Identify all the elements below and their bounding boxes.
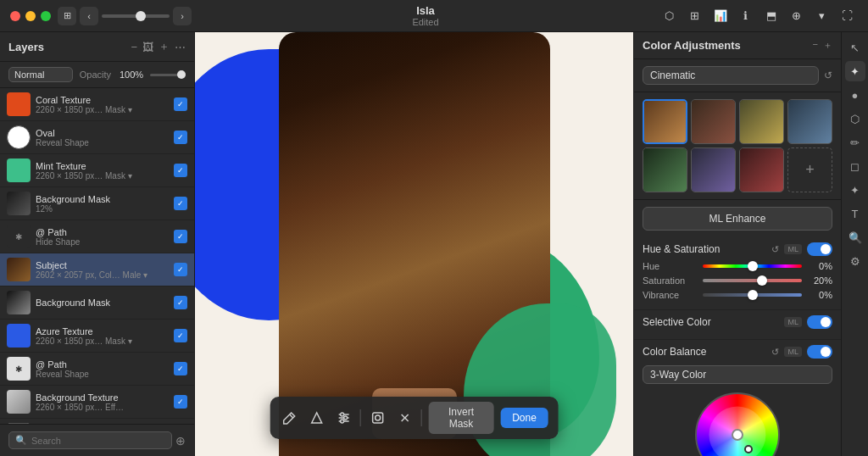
layers-view-button[interactable]: ⊞ (685, 6, 705, 26)
dot-tool-button[interactable]: ● (845, 85, 865, 105)
layers-minus-icon[interactable]: − (131, 41, 137, 53)
adjust-tool-button[interactable] (333, 406, 353, 430)
adj-minus-icon[interactable]: − (813, 39, 818, 52)
layers-add-icon[interactable]: ＋ (159, 39, 170, 54)
layer-item-oval[interactable]: Oval Reveal Shape ✓ (0, 121, 194, 154)
svg-point-5 (343, 416, 347, 420)
layer-visibility-bg-mask-1[interactable]: ✓ (174, 197, 187, 210)
close-button[interactable] (10, 11, 20, 21)
layers-panel-title: Layers (8, 41, 44, 53)
search-side-button[interactable]: 🔍 (845, 227, 865, 247)
search-input[interactable] (31, 436, 165, 446)
hue-saturation-controls: ↺ ML (771, 242, 832, 256)
text-tool-button[interactable]: T (845, 203, 865, 224)
layer-item-path-1[interactable]: ✱ @ Path Hide Shape ✓ (0, 220, 194, 253)
canvas-area[interactable]: Invert Mask Done (195, 32, 633, 456)
more-button[interactable]: ▾ (812, 6, 832, 26)
nav-back-button[interactable]: ‹ (80, 7, 98, 25)
layer-item-subject[interactable]: Subject 2602 × 2057 px, Col… Male ▾ ✓ (0, 253, 194, 286)
layer-item-path-2[interactable]: ✱ @ Path Reveal Shape ✓ (0, 353, 194, 386)
layer-item-bg-mask-1[interactable]: Background Mask 12% ✓ (0, 187, 194, 220)
color-wheel[interactable] (695, 392, 780, 456)
layers-more-icon[interactable]: ⋯ (175, 41, 186, 53)
preset-thumb-4[interactable] (787, 99, 832, 144)
layer-item-mint[interactable]: Mint Texture 2260 × 1850 px… Mask ▾ ✓ (0, 154, 194, 187)
preset-thumb-2[interactable] (691, 99, 736, 144)
saturation-slider[interactable] (703, 279, 802, 282)
magic-tool-button[interactable]: ✦ (845, 61, 865, 81)
add-layer-icon[interactable]: ⊕ (175, 434, 186, 448)
share-button[interactable]: ⬡ (659, 6, 680, 26)
invert-mask-button[interactable]: Invert Mask (429, 402, 493, 434)
preset-thumb-5[interactable] (643, 147, 687, 192)
preset-thumb-6[interactable] (691, 147, 736, 192)
color-picker-button[interactable]: ✦ (845, 180, 865, 200)
brush-tool-button[interactable] (280, 406, 300, 430)
layer-item-bg-texture[interactable]: Background Texture 2260 × 1850 px… Eff… … (0, 386, 194, 419)
add-preset-button[interactable]: + (787, 147, 832, 192)
layer-desc-bg-mask-1: 12% (36, 204, 169, 214)
three-way-select[interactable]: 3-Way Color (643, 365, 832, 384)
done-button[interactable]: Done (500, 408, 548, 428)
selective-color-toggle[interactable] (807, 315, 832, 329)
layer-item-azure[interactable]: Azure Texture 2260 × 1850 px… Mask ▾ ✓ (0, 320, 194, 353)
compare-button[interactable]: ⊕ (787, 6, 807, 26)
layer-visibility-bg-texture[interactable]: ✓ (174, 395, 187, 409)
ml-enhance-button[interactable]: ML Enhance (643, 207, 832, 231)
layer-info-azure: Azure Texture 2260 × 1850 px… Mask ▾ (36, 326, 169, 346)
adjustments-panel: Color Adjustments − ＋ Cinematic ↺ (633, 32, 841, 456)
eraser-side-button[interactable]: ◻ (845, 156, 865, 176)
preset-thumb-3[interactable] (739, 99, 784, 144)
layer-visibility-path-1[interactable]: ✓ (174, 230, 187, 243)
titlebar-controls: ⊞ ‹ › (58, 7, 192, 25)
opacity-slider[interactable] (150, 74, 186, 76)
eraser-tool-button[interactable] (307, 406, 327, 430)
pointer-tool-button[interactable]: ↖ (845, 37, 865, 58)
preset-select[interactable]: Cinematic (643, 66, 819, 85)
layer-visibility-coral[interactable]: ✓ (174, 97, 187, 111)
sidebar-toggle-button[interactable]: ⊞ (58, 7, 76, 25)
paint-tool-button[interactable]: ✏ (845, 132, 865, 153)
three-way-select-row: 3-Way Color (634, 362, 841, 389)
preset-thumb-1[interactable] (643, 99, 687, 144)
histogram-button[interactable]: 📊 (710, 6, 731, 26)
mask-tool-button[interactable] (368, 406, 388, 430)
color-wheel-handle[interactable] (744, 445, 753, 453)
search-box: 🔍 (8, 431, 172, 449)
layer-item-bg-mask-2[interactable]: Background Mask ✓ (0, 286, 194, 320)
hue-label: Hue (643, 261, 698, 271)
settings-side-button[interactable]: ⚙ (845, 251, 865, 271)
layers-photo-icon[interactable]: 🖼 (142, 41, 153, 53)
blend-mode-select[interactable]: Normal (8, 67, 73, 82)
layer-visibility-oval[interactable]: ✓ (174, 131, 187, 144)
close-tool-button[interactable] (394, 406, 415, 430)
preset-thumb-7[interactable] (739, 147, 784, 192)
layer-info-mint: Mint Texture 2260 × 1850 px… Mask ▾ (36, 161, 169, 181)
hue-sat-refresh-icon[interactable]: ↺ (771, 244, 779, 255)
export-button[interactable]: ⬒ (761, 6, 782, 26)
layer-info-coral: Coral Texture 2260 × 1850 px… Mask ▾ (36, 95, 169, 114)
layer-visibility-subject[interactable]: ✓ (174, 263, 187, 276)
layer-name-bg-mask-2: Background Mask (36, 298, 169, 308)
lasso-tool-button[interactable]: ⬡ (845, 108, 865, 129)
hue-sat-toggle[interactable] (807, 242, 832, 256)
layer-item-coral-texture[interactable]: Coral Texture 2260 × 1850 px… Mask ▾ ✓ (0, 88, 194, 121)
layer-visibility-azure[interactable]: ✓ (174, 329, 187, 342)
fullscreen-button[interactable]: ⛶ (837, 6, 858, 26)
vibrance-slider[interactable] (703, 293, 802, 297)
color-balance-toggle[interactable] (807, 345, 832, 359)
nav-forward-button[interactable]: › (173, 7, 192, 25)
layer-visibility-bg-mask-2[interactable]: ✓ (174, 296, 187, 309)
layer-name-oval: Oval (36, 128, 169, 138)
hue-slider[interactable] (703, 264, 802, 268)
minimize-button[interactable] (25, 11, 36, 21)
preset-reset-button[interactable]: ↺ (824, 70, 832, 81)
layer-thumb-mint (7, 158, 31, 182)
maximize-button[interactable] (41, 11, 51, 21)
zoom-slider[interactable] (102, 14, 170, 18)
adj-plus-icon[interactable]: ＋ (823, 39, 832, 52)
layer-visibility-mint[interactable]: ✓ (174, 164, 187, 177)
info-button[interactable]: ℹ (736, 6, 756, 26)
layer-visibility-path-2[interactable]: ✓ (174, 362, 187, 375)
color-balance-refresh-icon[interactable]: ↺ (771, 347, 779, 358)
